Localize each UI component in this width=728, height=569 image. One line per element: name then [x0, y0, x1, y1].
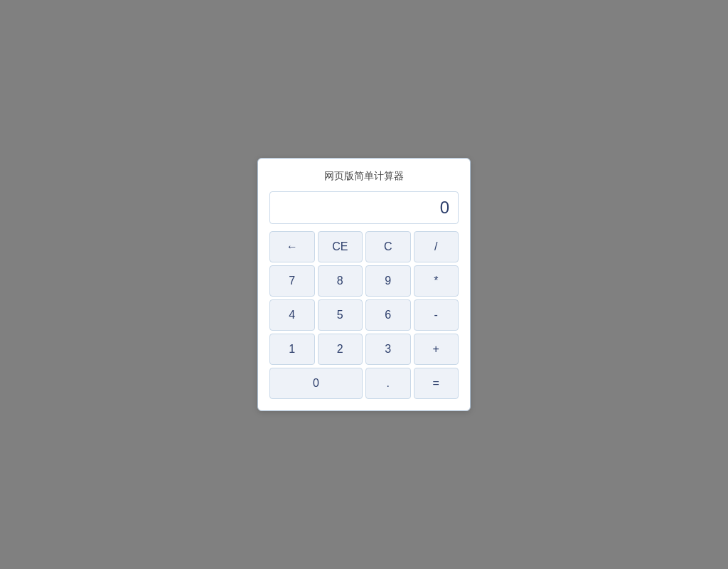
calculator-title: 网页版简单计算器 [269, 170, 459, 183]
decimal-button[interactable]: . [365, 368, 411, 399]
0-button[interactable]: 0 [269, 368, 363, 399]
divide-button[interactable]: / [414, 231, 459, 262]
3-button[interactable]: 3 [365, 334, 411, 365]
9-button[interactable]: 9 [365, 265, 411, 297]
backspace-button[interactable]: ← [269, 231, 315, 262]
subtract-button[interactable]: - [414, 299, 459, 331]
6-button[interactable]: 6 [365, 299, 411, 331]
5-button[interactable]: 5 [318, 299, 363, 331]
clear-button[interactable]: C [365, 231, 411, 262]
8-button[interactable]: 8 [318, 265, 363, 297]
ce-button[interactable]: CE [318, 231, 363, 262]
calculator: 网页版简单计算器 0 ← CE C / 7 8 9 * 4 5 6 - 1 2 … [257, 158, 471, 411]
calculator-buttons: ← CE C / 7 8 9 * 4 5 6 - 1 2 3 + 0 . = [269, 231, 459, 399]
equals-button[interactable]: = [414, 368, 459, 399]
2-button[interactable]: 2 [318, 334, 363, 365]
calculator-display: 0 [269, 191, 459, 224]
add-button[interactable]: + [414, 334, 459, 365]
4-button[interactable]: 4 [269, 299, 315, 331]
multiply-button[interactable]: * [414, 265, 459, 297]
7-button[interactable]: 7 [269, 265, 315, 297]
1-button[interactable]: 1 [269, 334, 315, 365]
